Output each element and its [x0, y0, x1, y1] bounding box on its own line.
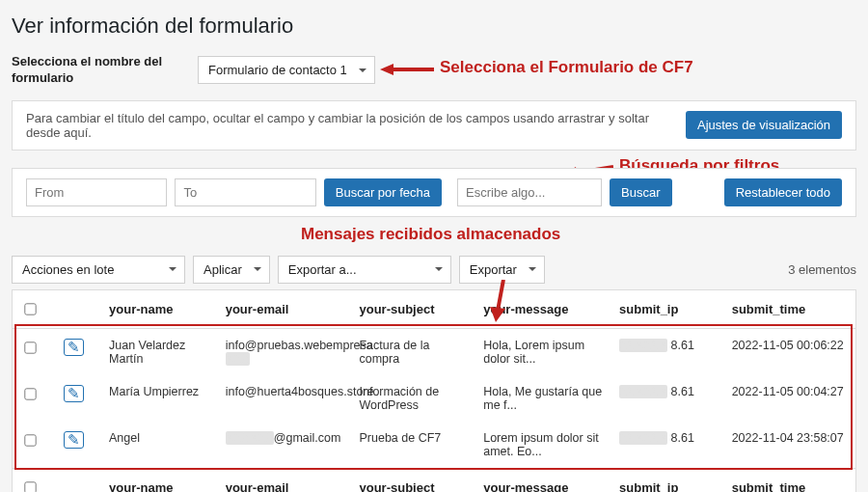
select-all-checkbox-footer[interactable] — [24, 481, 36, 492]
arrow-icon — [380, 62, 434, 77]
col-submit-ip-footer: submit_ip — [611, 468, 724, 492]
cell-your-name: María Umpierrez — [101, 375, 218, 422]
bulk-actions-select[interactable]: Acciones en lote — [12, 256, 185, 284]
reset-button[interactable]: Restablecer todo — [724, 178, 842, 206]
display-settings-button[interactable]: Ajustes de visualización — [686, 111, 842, 139]
row-checkbox[interactable] — [24, 342, 36, 353]
col-your-message[interactable]: your-message — [475, 289, 611, 328]
annotation-stored: Mensajes recibidos almacenados — [301, 225, 560, 244]
cell-submit-ip: XXXXXX 8.61 — [611, 422, 724, 469]
col-submit-ip[interactable]: submit_ip — [611, 289, 724, 328]
cell-your-email: XXXXXX@gmail.com — [218, 422, 352, 469]
svg-marker-1 — [380, 64, 393, 75]
table-row: ✎Juan Velardez Martíninfo@pruebas.webemp… — [13, 328, 856, 375]
table-row: ✎María Umpierrezinfo@huerta4bosques.stor… — [13, 375, 856, 422]
cell-submit-ip: XXXXXX 8.61 — [611, 375, 724, 422]
search-input[interactable] — [457, 178, 602, 206]
table-row: ✎AngelXXXXXX@gmail.comPrueba de CF7Lorem… — [13, 422, 856, 469]
col-your-subject-footer: your-subject — [351, 468, 475, 492]
col-your-message-footer: your-message — [475, 468, 611, 492]
col-your-name[interactable]: your-name — [101, 289, 218, 328]
cell-your-name: Angel — [101, 422, 218, 469]
col-submit-time-footer: submit_time — [724, 468, 856, 492]
cell-your-name: Juan Velardez Martín — [101, 328, 218, 375]
edit-icon[interactable]: ✎ — [64, 431, 84, 449]
cell-your-subject: Información de WordPress — [351, 375, 475, 422]
col-your-email-footer: your-email — [218, 468, 352, 492]
entries-table: your-name your-email your-subject your-m… — [12, 289, 856, 492]
cell-your-message: Lorem ipsum dolor sit amet. Eo... — [475, 422, 611, 469]
edit-icon[interactable]: ✎ — [64, 385, 84, 402]
cell-your-subject: Prueba de CF7 — [351, 422, 475, 469]
cell-submit-ip: XXXXXX 8.61 — [611, 328, 724, 375]
to-date-input[interactable] — [175, 178, 315, 206]
col-submit-time[interactable]: submit_time — [724, 289, 856, 328]
cell-submit-time: 2022-11-05 00:06:22 — [724, 328, 856, 375]
element-count: 3 elementos — [788, 262, 856, 277]
annotation-select-form: Selecciona el Formulario de CF7 — [440, 58, 693, 77]
cell-submit-time: 2022-11-05 00:04:27 — [724, 375, 856, 422]
cell-your-email: info@pruebas.webempresaXXX — [218, 328, 352, 375]
cell-your-email: info@huerta4bosques.store — [218, 375, 352, 422]
from-date-input[interactable] — [26, 178, 167, 206]
cell-your-message: Hola, Me gustaría que me f... — [475, 375, 611, 422]
search-by-date-button[interactable]: Buscar por fecha — [324, 178, 442, 206]
select-all-checkbox[interactable] — [24, 303, 36, 314]
page-title: Ver información del formulario — [12, 14, 856, 39]
cell-your-subject: Factura de la compra — [351, 328, 475, 375]
display-settings-text: Para cambiar el título del campo, oculta… — [26, 111, 686, 140]
form-select-label: Selecciona el nombre del formulario — [12, 54, 180, 87]
col-your-email[interactable]: your-email — [218, 289, 352, 328]
cell-submit-time: 2022-11-04 23:58:07 — [724, 422, 856, 469]
form-select[interactable]: Formulario de contacto 1 — [198, 56, 375, 84]
apply-button[interactable]: Aplicar — [193, 256, 270, 284]
search-button[interactable]: Buscar — [610, 178, 671, 206]
edit-icon[interactable]: ✎ — [64, 339, 84, 356]
export-button[interactable]: Exportar — [459, 256, 545, 284]
cell-your-message: Hola, Lorem ipsum dolor sit... — [475, 328, 611, 375]
col-your-name-footer: your-name — [101, 468, 218, 492]
row-checkbox[interactable] — [24, 434, 36, 446]
select-all-header[interactable] — [13, 289, 47, 328]
row-checkbox[interactable] — [24, 388, 36, 399]
col-your-subject[interactable]: your-subject — [351, 289, 475, 328]
export-to-select[interactable]: Exportar a... — [278, 256, 451, 284]
